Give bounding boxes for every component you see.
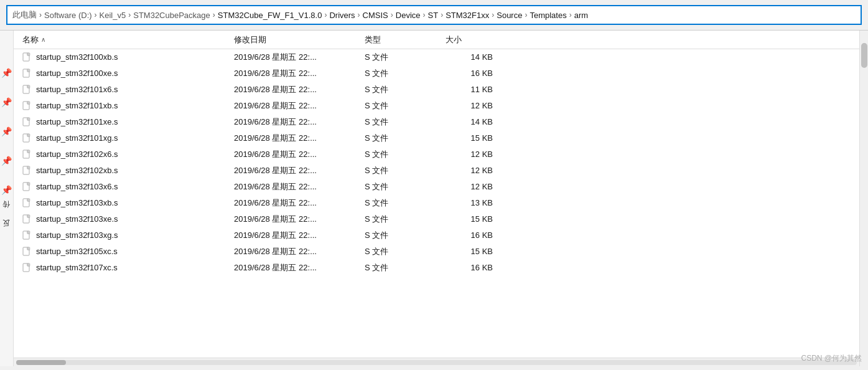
- file-size: 14 KB: [443, 117, 505, 126]
- svg-rect-25: [27, 247, 30, 250]
- svg-rect-1: [27, 53, 30, 55]
- pin-icon-5[interactable]: 📌: [2, 185, 12, 196]
- file-size: 11 KB: [443, 85, 505, 94]
- table-row[interactable]: startup_stm32f105xc.s 2019/6/28 星期五 22:.…: [14, 244, 859, 260]
- file-icon: [22, 230, 32, 240]
- svg-rect-13: [27, 150, 30, 153]
- col-header-name[interactable]: 名称 ∧: [20, 34, 231, 45]
- file-icon: [22, 182, 32, 192]
- table-row[interactable]: startup_stm32f103xb.s 2019/6/28 星期五 22:.…: [14, 195, 859, 211]
- sort-arrow-icon: ∧: [41, 36, 45, 43]
- table-row[interactable]: startup_stm32f103xe.s 2019/6/28 星期五 22:.…: [14, 211, 859, 227]
- breadcrumb-highlighted-5: ST: [428, 11, 439, 20]
- file-date: 2019/6/28 星期五 22:...: [231, 149, 362, 160]
- table-row[interactable]: startup_stm32f102xb.s 2019/6/28 星期五 22:.…: [14, 163, 859, 179]
- file-name-text: startup_stm32f102xb.s: [36, 166, 118, 175]
- table-row[interactable]: startup_stm32f101x6.s 2019/6/28 星期五 22:.…: [14, 82, 859, 98]
- table-row[interactable]: startup_stm32f101xb.s 2019/6/28 星期五 22:.…: [14, 98, 859, 114]
- pin-icon-1[interactable]: 📌: [2, 68, 12, 78]
- table-row[interactable]: startup_stm32f101xe.s 2019/6/28 星期五 22:.…: [14, 114, 859, 130]
- table-row[interactable]: startup_stm32f103xg.s 2019/6/28 星期五 22:.…: [14, 227, 859, 244]
- file-size: 14 KB: [443, 52, 505, 62]
- breadcrumb-source: Source: [497, 11, 522, 20]
- file-name-text: startup_stm32f105xc.s: [36, 247, 118, 256]
- file-icon: [22, 101, 32, 111]
- table-row[interactable]: startup_stm32f100xb.s 2019/6/28 星期五 22:.…: [14, 49, 859, 65]
- svg-rect-27: [27, 263, 30, 266]
- file-icon: [22, 263, 32, 273]
- breadcrumb-highlighted-6: STM32F1xx: [446, 11, 489, 20]
- col-header-size[interactable]: 大小: [443, 34, 505, 45]
- file-name-text: startup_stm32f101x6.s: [36, 85, 118, 94]
- file-size: 12 KB: [443, 101, 505, 110]
- file-type: S 文件: [362, 133, 443, 144]
- file-date: 2019/6/28 星期五 22:...: [231, 262, 362, 273]
- breadcrumb-highlighted-2: Drivers: [329, 11, 355, 20]
- col-header-date[interactable]: 修改日期: [231, 34, 362, 45]
- pin-icon-3[interactable]: 📌: [2, 126, 12, 137]
- svg-rect-23: [27, 231, 30, 234]
- svg-rect-19: [27, 199, 30, 201]
- file-icon: [22, 166, 32, 176]
- file-name-cell: startup_stm32f100xe.s: [20, 69, 231, 78]
- breadcrumb-plain-2: Software (D:): [44, 11, 92, 20]
- file-size: 13 KB: [443, 198, 505, 207]
- file-name-text: startup_stm32f102x6.s: [36, 149, 118, 159]
- file-icon: [22, 85, 32, 95]
- file-size: 15 KB: [443, 214, 505, 224]
- file-icon: [22, 149, 32, 159]
- pin-icon-4[interactable]: 📌: [2, 156, 12, 166]
- breadcrumb-highlighted-3: CMSIS: [363, 11, 388, 20]
- pin-icon-2[interactable]: 📌: [2, 97, 12, 108]
- table-row[interactable]: startup_stm32f103x6.s 2019/6/28 星期五 22:.…: [14, 179, 859, 195]
- svg-rect-9: [27, 118, 30, 120]
- file-name-cell: startup_stm32f103xg.s: [20, 230, 231, 240]
- file-name-cell: startup_stm32f102x6.s: [20, 149, 231, 159]
- svg-rect-3: [27, 69, 30, 72]
- breadcrumb-templates: Templates: [530, 11, 566, 20]
- file-name-text: startup_stm32f103x6.s: [36, 182, 118, 191]
- watermark: CSDN @何为其然: [801, 353, 862, 364]
- address-bar[interactable]: 此电脑 › Software (D:) › Keil_v5 › STM32Cub…: [6, 5, 862, 25]
- file-name-text: startup_stm32f103xe.s: [36, 214, 118, 224]
- svg-rect-21: [27, 215, 30, 217]
- file-date: 2019/6/28 星期五 22:...: [231, 230, 362, 241]
- scrollbar-track: [16, 360, 857, 365]
- file-type: S 文件: [362, 165, 443, 176]
- table-row[interactable]: startup_stm32f107xc.s 2019/6/28 星期五 22:.…: [14, 260, 859, 276]
- file-type: S 文件: [362, 181, 443, 192]
- file-type: S 文件: [362, 84, 443, 95]
- horizontal-scrollbar[interactable]: [14, 358, 859, 366]
- svg-rect-17: [27, 183, 30, 185]
- file-type: S 文件: [362, 230, 443, 241]
- svg-rect-11: [27, 134, 30, 136]
- file-name-cell: startup_stm32f100xb.s: [20, 52, 231, 62]
- file-icon: [22, 133, 32, 143]
- file-type: S 文件: [362, 100, 443, 111]
- svg-rect-15: [27, 166, 30, 169]
- file-name-text: startup_stm32f101xg.s: [36, 133, 118, 143]
- file-name-cell: startup_stm32f101xb.s: [20, 101, 231, 111]
- file-date: 2019/6/28 星期五 22:...: [231, 100, 362, 111]
- file-date: 2019/6/28 星期五 22:...: [231, 246, 362, 257]
- svg-rect-7: [27, 102, 30, 104]
- table-row[interactable]: startup_stm32f102x6.s 2019/6/28 星期五 22:.…: [14, 146, 859, 163]
- file-icon: [22, 117, 32, 127]
- file-type: S 文件: [362, 149, 443, 160]
- file-name-text: startup_stm32f107xc.s: [36, 263, 118, 272]
- file-type: S 文件: [362, 262, 443, 273]
- file-icon: [22, 69, 32, 78]
- file-type: S 文件: [362, 214, 443, 225]
- table-row[interactable]: startup_stm32f100xe.s 2019/6/28 星期五 22:.…: [14, 65, 859, 82]
- file-name-cell: startup_stm32f103xb.s: [20, 198, 231, 208]
- file-date: 2019/6/28 星期五 22:...: [231, 165, 362, 176]
- vertical-scrollbar[interactable]: [859, 31, 868, 366]
- table-row[interactable]: startup_stm32f101xg.s 2019/6/28 星期五 22:.…: [14, 130, 859, 146]
- file-date: 2019/6/28 星期五 22:...: [231, 197, 362, 209]
- breadcrumb-plain-4: STM32CubePackage: [133, 11, 210, 20]
- address-bar-container: 此电脑 › Software (D:) › Keil_v5 › STM32Cub…: [0, 0, 868, 31]
- breadcrumb-plain-3: Keil_v5: [100, 11, 126, 20]
- vert-scroll-thumb: [861, 43, 867, 68]
- col-header-type[interactable]: 类型: [362, 34, 443, 45]
- file-name-cell: startup_stm32f102xb.s: [20, 166, 231, 176]
